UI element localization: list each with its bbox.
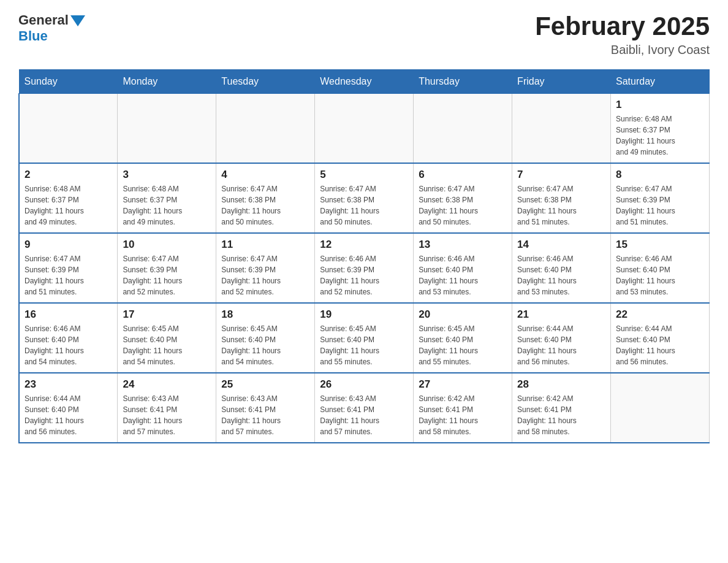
calendar-day-cell bbox=[19, 94, 118, 164]
calendar-day-cell: 8Sunrise: 6:47 AM Sunset: 6:39 PM Daylig… bbox=[611, 163, 710, 233]
day-number: 1 bbox=[616, 99, 704, 111]
day-number: 8 bbox=[616, 169, 704, 181]
calendar-day-cell: 3Sunrise: 6:48 AM Sunset: 6:37 PM Daylig… bbox=[118, 163, 216, 233]
calendar-day-header: Friday bbox=[512, 70, 611, 94]
day-number: 24 bbox=[123, 378, 211, 391]
calendar-day-cell: 1Sunrise: 6:48 AM Sunset: 6:37 PM Daylig… bbox=[611, 94, 710, 164]
calendar-week-row: 2Sunrise: 6:48 AM Sunset: 6:37 PM Daylig… bbox=[19, 163, 710, 233]
calendar-day-cell bbox=[216, 94, 315, 164]
day-info: Sunrise: 6:44 AM Sunset: 6:40 PM Dayligh… bbox=[517, 323, 605, 367]
day-number: 23 bbox=[25, 378, 112, 391]
day-info: Sunrise: 6:46 AM Sunset: 6:40 PM Dayligh… bbox=[25, 323, 112, 367]
calendar-subtitle: Baibli, Ivory Coast bbox=[535, 43, 710, 57]
calendar-day-cell: 9Sunrise: 6:47 AM Sunset: 6:39 PM Daylig… bbox=[19, 233, 118, 303]
logo-general-text: General bbox=[18, 12, 69, 28]
day-number: 20 bbox=[419, 308, 507, 321]
calendar-title: February 2025 bbox=[535, 12, 710, 40]
calendar-week-row: 23Sunrise: 6:44 AM Sunset: 6:40 PM Dayli… bbox=[19, 373, 710, 443]
title-section: February 2025 Baibli, Ivory Coast bbox=[535, 12, 710, 57]
calendar-day-cell: 6Sunrise: 6:47 AM Sunset: 6:38 PM Daylig… bbox=[414, 163, 512, 233]
day-number: 4 bbox=[221, 169, 309, 181]
day-number: 21 bbox=[517, 308, 605, 321]
calendar-week-row: 1Sunrise: 6:48 AM Sunset: 6:37 PM Daylig… bbox=[19, 94, 710, 164]
day-number: 22 bbox=[616, 308, 704, 321]
calendar-day-cell: 11Sunrise: 6:47 AM Sunset: 6:39 PM Dayli… bbox=[216, 233, 315, 303]
calendar-table: SundayMondayTuesdayWednesdayThursdayFrid… bbox=[18, 69, 710, 443]
day-info: Sunrise: 6:43 AM Sunset: 6:41 PM Dayligh… bbox=[221, 393, 309, 437]
day-number: 27 bbox=[419, 378, 507, 391]
day-info: Sunrise: 6:47 AM Sunset: 6:39 PM Dayligh… bbox=[221, 253, 309, 297]
day-info: Sunrise: 6:45 AM Sunset: 6:40 PM Dayligh… bbox=[123, 323, 211, 367]
day-number: 5 bbox=[320, 169, 408, 181]
logo: General Blue bbox=[18, 12, 85, 44]
calendar-day-cell: 16Sunrise: 6:46 AM Sunset: 6:40 PM Dayli… bbox=[19, 303, 118, 373]
calendar-week-row: 16Sunrise: 6:46 AM Sunset: 6:40 PM Dayli… bbox=[19, 303, 710, 373]
calendar-day-cell: 22Sunrise: 6:44 AM Sunset: 6:40 PM Dayli… bbox=[611, 303, 710, 373]
day-info: Sunrise: 6:45 AM Sunset: 6:40 PM Dayligh… bbox=[419, 323, 507, 367]
calendar-day-cell: 14Sunrise: 6:46 AM Sunset: 6:40 PM Dayli… bbox=[512, 233, 611, 303]
day-number: 3 bbox=[123, 169, 211, 181]
day-info: Sunrise: 6:48 AM Sunset: 6:37 PM Dayligh… bbox=[616, 113, 704, 158]
calendar-body: 1Sunrise: 6:48 AM Sunset: 6:37 PM Daylig… bbox=[19, 94, 710, 443]
day-number: 2 bbox=[25, 169, 112, 181]
calendar-day-cell: 13Sunrise: 6:46 AM Sunset: 6:40 PM Dayli… bbox=[414, 233, 512, 303]
calendar-day-cell bbox=[611, 373, 710, 443]
day-info: Sunrise: 6:44 AM Sunset: 6:40 PM Dayligh… bbox=[25, 393, 112, 437]
calendar-day-cell: 25Sunrise: 6:43 AM Sunset: 6:41 PM Dayli… bbox=[216, 373, 315, 443]
day-info: Sunrise: 6:46 AM Sunset: 6:39 PM Dayligh… bbox=[320, 253, 408, 297]
calendar-day-header: Saturday bbox=[611, 70, 710, 94]
calendar-day-header: Monday bbox=[118, 70, 216, 94]
day-info: Sunrise: 6:47 AM Sunset: 6:39 PM Dayligh… bbox=[616, 183, 704, 228]
day-info: Sunrise: 6:47 AM Sunset: 6:38 PM Dayligh… bbox=[419, 183, 507, 228]
calendar-day-cell: 19Sunrise: 6:45 AM Sunset: 6:40 PM Dayli… bbox=[315, 303, 414, 373]
day-info: Sunrise: 6:46 AM Sunset: 6:40 PM Dayligh… bbox=[517, 253, 605, 297]
day-number: 13 bbox=[419, 239, 507, 251]
day-number: 17 bbox=[123, 308, 211, 321]
logo-blue-text: Blue bbox=[18, 28, 85, 44]
day-number: 9 bbox=[25, 239, 112, 251]
calendar-day-cell: 28Sunrise: 6:42 AM Sunset: 6:41 PM Dayli… bbox=[512, 373, 611, 443]
calendar-day-cell: 27Sunrise: 6:42 AM Sunset: 6:41 PM Dayli… bbox=[414, 373, 512, 443]
day-info: Sunrise: 6:45 AM Sunset: 6:40 PM Dayligh… bbox=[221, 323, 309, 367]
calendar-day-cell: 20Sunrise: 6:45 AM Sunset: 6:40 PM Dayli… bbox=[414, 303, 512, 373]
calendar-day-cell: 24Sunrise: 6:43 AM Sunset: 6:41 PM Dayli… bbox=[118, 373, 216, 443]
logo-triangle-icon bbox=[70, 15, 85, 26]
day-number: 12 bbox=[320, 239, 408, 251]
day-info: Sunrise: 6:42 AM Sunset: 6:41 PM Dayligh… bbox=[419, 393, 507, 437]
day-info: Sunrise: 6:46 AM Sunset: 6:40 PM Dayligh… bbox=[616, 253, 704, 297]
calendar-day-cell: 17Sunrise: 6:45 AM Sunset: 6:40 PM Dayli… bbox=[118, 303, 216, 373]
calendar-header-row: SundayMondayTuesdayWednesdayThursdayFrid… bbox=[19, 70, 710, 94]
calendar-day-cell bbox=[414, 94, 512, 164]
calendar-day-cell: 5Sunrise: 6:47 AM Sunset: 6:38 PM Daylig… bbox=[315, 163, 414, 233]
day-info: Sunrise: 6:46 AM Sunset: 6:40 PM Dayligh… bbox=[419, 253, 507, 297]
day-info: Sunrise: 6:48 AM Sunset: 6:37 PM Dayligh… bbox=[123, 183, 211, 228]
day-info: Sunrise: 6:47 AM Sunset: 6:38 PM Dayligh… bbox=[517, 183, 605, 228]
day-number: 15 bbox=[616, 239, 704, 251]
day-number: 6 bbox=[419, 169, 507, 181]
day-info: Sunrise: 6:43 AM Sunset: 6:41 PM Dayligh… bbox=[320, 393, 408, 437]
day-info: Sunrise: 6:47 AM Sunset: 6:39 PM Dayligh… bbox=[25, 253, 112, 297]
calendar-week-row: 9Sunrise: 6:47 AM Sunset: 6:39 PM Daylig… bbox=[19, 233, 710, 303]
calendar-day-header: Sunday bbox=[19, 70, 118, 94]
calendar-day-cell bbox=[512, 94, 611, 164]
day-info: Sunrise: 6:43 AM Sunset: 6:41 PM Dayligh… bbox=[123, 393, 211, 437]
day-info: Sunrise: 6:47 AM Sunset: 6:38 PM Dayligh… bbox=[320, 183, 408, 228]
calendar-day-cell: 15Sunrise: 6:46 AM Sunset: 6:40 PM Dayli… bbox=[611, 233, 710, 303]
calendar-day-cell: 12Sunrise: 6:46 AM Sunset: 6:39 PM Dayli… bbox=[315, 233, 414, 303]
day-info: Sunrise: 6:44 AM Sunset: 6:40 PM Dayligh… bbox=[616, 323, 704, 367]
day-number: 19 bbox=[320, 308, 408, 321]
calendar-day-header: Tuesday bbox=[216, 70, 315, 94]
calendar-day-cell: 23Sunrise: 6:44 AM Sunset: 6:40 PM Dayli… bbox=[19, 373, 118, 443]
calendar-day-cell: 2Sunrise: 6:48 AM Sunset: 6:37 PM Daylig… bbox=[19, 163, 118, 233]
calendar-day-header: Wednesday bbox=[315, 70, 414, 94]
calendar-day-cell bbox=[315, 94, 414, 164]
calendar-day-cell: 10Sunrise: 6:47 AM Sunset: 6:39 PM Dayli… bbox=[118, 233, 216, 303]
day-info: Sunrise: 6:47 AM Sunset: 6:38 PM Dayligh… bbox=[221, 183, 309, 228]
calendar-day-cell: 7Sunrise: 6:47 AM Sunset: 6:38 PM Daylig… bbox=[512, 163, 611, 233]
calendar-day-cell bbox=[118, 94, 216, 164]
day-number: 18 bbox=[221, 308, 309, 321]
day-info: Sunrise: 6:45 AM Sunset: 6:40 PM Dayligh… bbox=[320, 323, 408, 367]
calendar-day-cell: 4Sunrise: 6:47 AM Sunset: 6:38 PM Daylig… bbox=[216, 163, 315, 233]
calendar-day-cell: 26Sunrise: 6:43 AM Sunset: 6:41 PM Dayli… bbox=[315, 373, 414, 443]
day-number: 10 bbox=[123, 239, 211, 251]
